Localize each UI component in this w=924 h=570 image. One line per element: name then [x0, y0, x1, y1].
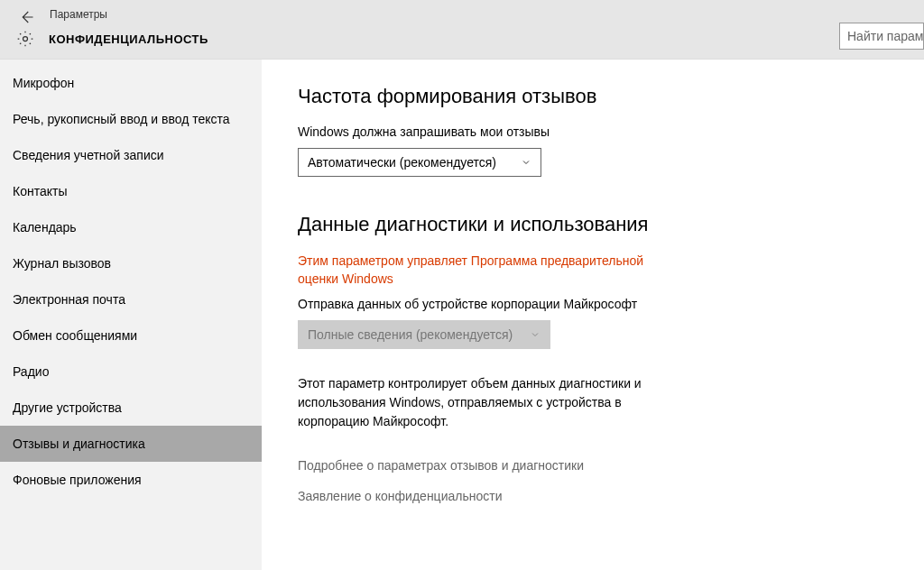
back-button[interactable] — [16, 7, 36, 27]
sidebar-item-other-devices[interactable]: Другие устройства — [0, 390, 262, 426]
sidebar-item-microphone[interactable]: Микрофон — [0, 65, 262, 101]
sidebar-item-email[interactable]: Электронная почта — [0, 281, 262, 317]
insider-notice: Этим параметром управляет Программа пред… — [298, 253, 677, 288]
header-breadcrumb: КОНФИДЕНЦИАЛЬНОСТЬ — [16, 30, 208, 48]
feedback-heading: Частота формирования отзывов — [298, 85, 888, 108]
learn-more-link[interactable]: Подробнее о параметрах отзывов и диагнос… — [298, 458, 888, 473]
search-placeholder: Найти параме — [847, 29, 924, 43]
gear-icon — [16, 30, 34, 48]
sidebar-item-calendar[interactable]: Календарь — [0, 209, 262, 245]
window-title: Параметры — [50, 8, 107, 21]
sidebar-item-account-info[interactable]: Сведения учетной записи — [0, 137, 262, 173]
sidebar-item-radios[interactable]: Радио — [0, 354, 262, 390]
sidebar-item-call-history[interactable]: Журнал вызовов — [0, 245, 262, 281]
diagnostics-data-dropdown: Полные сведения (рекомендуется) — [298, 320, 550, 349]
privacy-statement-link[interactable]: Заявление о конфиденциальности — [298, 489, 888, 503]
sidebar-item-background-apps[interactable]: Фоновые приложения — [0, 462, 262, 498]
main-content: Частота формирования отзывов Windows дол… — [262, 60, 924, 570]
search-input[interactable]: Найти параме — [839, 23, 924, 50]
diagnostics-dropdown-value: Полные сведения (рекомендуется) — [308, 327, 513, 342]
feedback-frequency-dropdown[interactable]: Автоматически (рекомендуется) — [298, 148, 541, 177]
svg-point-0 — [23, 37, 28, 41]
chevron-down-icon — [530, 329, 541, 340]
diagnostics-description: Этот параметр контролирует объем данных … — [298, 374, 677, 431]
sidebar: Микрофон Речь, рукописный ввод и ввод те… — [0, 60, 262, 570]
feedback-label: Windows должна запрашивать мои отзывы — [298, 124, 888, 139]
app-header: Параметры КОНФИДЕНЦИАЛЬНОСТЬ Найти парам… — [0, 0, 924, 60]
sidebar-item-speech-inking[interactable]: Речь, рукописный ввод и ввод текста — [0, 101, 262, 137]
sidebar-item-messaging[interactable]: Обмен сообщениями — [0, 317, 262, 354]
back-arrow-icon — [18, 9, 34, 25]
section-title: КОНФИДЕНЦИАЛЬНОСТЬ — [49, 32, 208, 46]
feedback-dropdown-value: Автоматически (рекомендуется) — [308, 155, 496, 170]
diagnostics-heading: Данные диагностики и использования — [298, 213, 888, 236]
sidebar-item-feedback-diagnostics[interactable]: Отзывы и диагностика — [0, 426, 262, 462]
diagnostics-label: Отправка данных об устройстве корпорации… — [298, 297, 888, 311]
sidebar-item-contacts[interactable]: Контакты — [0, 173, 262, 209]
chevron-down-icon — [521, 157, 531, 168]
